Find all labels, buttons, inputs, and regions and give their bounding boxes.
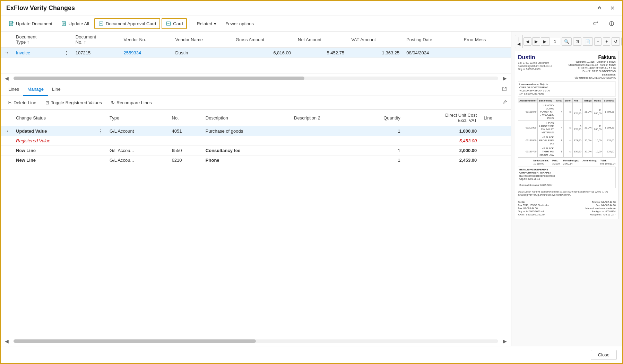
lth-direct-unit-cost[interactable]: Direct Unit CostExcl. VAT	[404, 110, 481, 126]
main-toolbar: Update Document Update All Document Appr…	[1, 16, 622, 32]
lines-scroll-right-btn[interactable]: ▶	[502, 338, 508, 345]
lrow-arrow	[1, 146, 12, 156]
minimize-button[interactable]	[595, 5, 604, 12]
lth-line[interactable]: Line	[480, 110, 511, 126]
lrow-menu	[95, 136, 106, 146]
delete-line-button[interactable]: ✂ Delete Line	[4, 98, 40, 107]
lrow-menu-btn[interactable]: ⋮	[95, 126, 106, 136]
inv-row-1: 60121040 LENOVO ULTRA POWER KIT - 67X-9A…	[518, 103, 616, 121]
page-controls: 🔍 ⊡ 📄 − + ↺ ↩	[550, 37, 622, 46]
delete-line-label: Delete Line	[14, 100, 36, 105]
fewer-options-button[interactable]: Fewer options	[222, 19, 258, 29]
related-label: Related	[197, 21, 212, 26]
refresh-button[interactable]: ↺	[612, 37, 620, 46]
lines-tab-bar: Lines Manage Line	[1, 83, 511, 96]
inv-th-moms: Moms	[593, 98, 603, 103]
main-data-table-container: DocumentType ↑ DocumentNo. ↑ Vendor No. …	[1, 32, 511, 73]
inv-r4-moms: 15,50	[593, 146, 603, 157]
preview-nav-bar: |◀ ◀ ▶ ▶| 🔍 ⊡ 📄 − + ↺ ↩	[515, 35, 619, 48]
th-gross-amount[interactable]: Gross Amount	[232, 32, 294, 48]
invoice-lines-table: Artikelnummer Benämning Antal Enhet Pris…	[518, 98, 616, 158]
lrow-line	[480, 126, 511, 136]
update-all-label: Update All	[69, 21, 89, 26]
page-search-button[interactable]: 🔍	[562, 37, 572, 46]
tab-lines[interactable]: Lines	[4, 83, 23, 96]
nav-prev-button[interactable]: ◀	[524, 37, 531, 46]
nav-next-button[interactable]: ▶	[532, 37, 540, 46]
row-doc-type: Invoice	[12, 48, 61, 58]
open-in-window-icon	[502, 87, 507, 91]
recompare-lines-button[interactable]: ↻ Recompare Lines	[107, 98, 156, 107]
th-vendor-name[interactable]: Vendor Name	[172, 32, 232, 48]
update-all-button[interactable]: Update All	[58, 18, 93, 29]
related-button[interactable]: Related ▾	[193, 19, 220, 29]
row-menu-btn[interactable]: ⋮	[61, 48, 72, 58]
info-button[interactable]	[605, 18, 618, 29]
table-row[interactable]: → Invoice ⋮ 107215 2559334 Dustin 6,816.…	[1, 48, 511, 58]
lines-table-row[interactable]: New Line G/L Accou... 6550 Consultancy f…	[1, 146, 511, 156]
lines-settings-button[interactable]	[501, 99, 508, 106]
th-net-amount[interactable]: Net Amount	[294, 32, 348, 48]
inv-r2-moms: 11 900,00	[593, 121, 603, 135]
share-button[interactable]	[589, 18, 602, 29]
lth-no[interactable]: No.	[168, 110, 202, 126]
close-window-button[interactable]: ✕	[608, 4, 617, 12]
lines-table-row[interactable]: → Updated Value ⋮ G/L Account 4051 Purch…	[1, 126, 511, 136]
inv-row-4: 60120700 HP BLACK TIGHT MS 245 UM USA 1 …	[518, 146, 616, 157]
lth-change-status[interactable]: Change Status	[12, 110, 95, 126]
svg-rect-2	[99, 22, 103, 25]
scroll-right-btn[interactable]: ▶	[502, 75, 508, 82]
lrow-no	[168, 136, 202, 146]
lrow-arrow: →	[1, 126, 12, 136]
th-error-mess[interactable]: Error Mess	[460, 32, 511, 48]
lines-scrollbar-track[interactable]	[14, 339, 498, 343]
lines-table-row[interactable]: Registered Value 5,453.00	[1, 136, 511, 146]
th-vendor-no[interactable]: Vendor No.	[120, 32, 172, 48]
lines-scroll-left-btn[interactable]: ◀	[3, 338, 10, 345]
lrow-type: G/L Account	[106, 126, 168, 136]
lines-open-button[interactable]	[501, 86, 508, 93]
lrow-no: 4051	[168, 126, 202, 136]
main-table-body: → Invoice ⋮ 107215 2559334 Dustin 6,816.…	[1, 48, 511, 58]
tab-manage[interactable]: Manage	[23, 83, 48, 96]
th-posting-date[interactable]: Posting Date	[403, 32, 460, 48]
inv-r4-summa: 224,00	[603, 146, 616, 157]
document-approval-card-button[interactable]: Document Approval Card	[94, 18, 160, 29]
page-doc-button[interactable]: 📄	[583, 37, 593, 46]
row-vat-amount: 1,363.25	[348, 48, 403, 58]
toggle-registered-button[interactable]: ⊡ Toggle Registered Values	[42, 98, 106, 107]
page-fit-button[interactable]: ⊡	[573, 37, 581, 46]
share-icon	[593, 21, 598, 26]
lth-quantity[interactable]: Quantity	[357, 110, 404, 126]
lrow-change-status: New Line	[12, 156, 95, 165]
update-document-icon	[9, 21, 14, 26]
title-bar: ExFlow Verify Changes ✕	[1, 1, 622, 16]
th-vat-amount[interactable]: VAT Amount	[348, 32, 403, 48]
inv-avrundning: Avrundning:	[582, 159, 597, 165]
nav-last-button[interactable]: ▶|	[541, 37, 550, 46]
scroll-left-btn[interactable]: ◀	[3, 75, 10, 82]
page-input[interactable]	[550, 38, 560, 45]
inv-r1-pris: 2 970,00	[573, 103, 583, 121]
th-doc-type[interactable]: DocumentType ↑	[12, 32, 61, 48]
th-doc-no[interactable]: DocumentNo. ↑	[72, 32, 120, 48]
inv-addr-left: Dustin Box 3749, 105 56 Stockholm Fax: 0…	[518, 201, 549, 216]
close-button[interactable]: Close	[591, 350, 617, 360]
inv-r3-artno: 60120500	[518, 135, 538, 146]
back-button[interactable]: ↩	[621, 37, 622, 46]
lth-type[interactable]: Type	[106, 110, 168, 126]
lth-description2[interactable]: Description 2	[291, 110, 357, 126]
row-gross-amount: 6,816.00	[232, 48, 294, 58]
tab-line[interactable]: Line	[48, 83, 65, 96]
nav-first-button[interactable]: |◀	[515, 35, 523, 48]
invoice-details: Fakturanr: 107215 Order nr: 6 66626 Utsk…	[569, 60, 616, 79]
main-scrollbar-track[interactable]	[14, 77, 498, 80]
row-error-mess	[460, 48, 511, 58]
card-button[interactable]: Card	[162, 18, 187, 29]
zoom-in-button[interactable]: +	[603, 37, 610, 46]
update-document-button[interactable]: Update Document	[5, 18, 56, 29]
lines-table-row[interactable]: New Line G/L Accou... 6210 Phone 1 2,453…	[1, 156, 511, 165]
inv-th-pris: Pris	[573, 98, 583, 103]
zoom-out-button[interactable]: −	[594, 37, 602, 46]
lth-description[interactable]: Description	[202, 110, 291, 126]
